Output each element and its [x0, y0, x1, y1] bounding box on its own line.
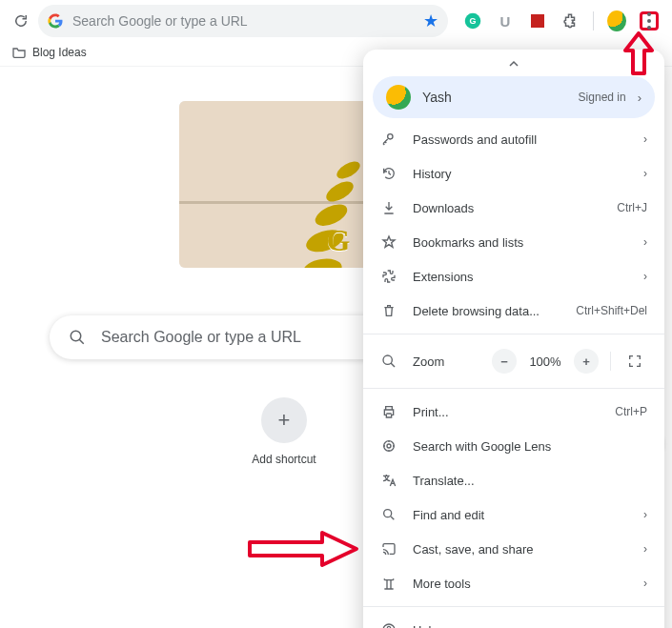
add-shortcut-label: Add shortcut: [236, 453, 332, 466]
menu-separator: [363, 388, 664, 389]
grammarly-extension-icon[interactable]: G: [463, 11, 482, 30]
menu-item-label: Delete browsing data...: [413, 304, 560, 318]
profile-status: Signed in: [579, 91, 626, 104]
menu-item-translate[interactable]: Translate...: [363, 463, 664, 497]
svg-line-9: [79, 339, 84, 344]
menu-item-download[interactable]: DownloadsCtrl+J: [363, 191, 664, 225]
add-shortcut-tile[interactable]: + Add shortcut: [236, 397, 332, 466]
browser-toolbar: Search Google or type a URL ★ G U: [0, 0, 672, 38]
extensions-puzzle-icon[interactable]: [560, 11, 580, 30]
profile-row[interactable]: Yash Signed in ›: [373, 76, 655, 118]
chevron-right-icon: ›: [643, 542, 647, 556]
svg-point-10: [383, 355, 392, 364]
key-icon: [380, 132, 397, 147]
google-g-icon: [48, 13, 63, 29]
fullscreen-button[interactable]: [622, 349, 647, 374]
menu-item-shortcut: Ctrl+J: [617, 201, 647, 214]
svg-point-3: [322, 177, 356, 205]
menu-item-puzzle[interactable]: Extensions›: [363, 259, 664, 294]
zoom-icon: [380, 354, 397, 369]
menu-item-label: Cast, save, and share: [413, 542, 628, 557]
menu-item-find[interactable]: Find and edit›: [363, 497, 664, 532]
toolbar-extension-icons: G U: [463, 11, 659, 30]
menu-item-star[interactable]: Bookmarks and lists›: [363, 225, 664, 259]
menu-item-help[interactable]: Help›: [363, 613, 664, 628]
menu-item-lens[interactable]: Search with Google Lens: [363, 429, 664, 463]
menu-item-label: Find and edit: [413, 508, 628, 522]
menu-item-label: More tools: [413, 577, 628, 591]
ntp-search-placeholder: Search Google or type a URL: [101, 329, 301, 346]
menu-separator: [363, 606, 664, 607]
fullscreen-icon: [627, 354, 642, 369]
zoom-divider: [610, 352, 611, 371]
zoom-row: Zoom − 100% +: [363, 340, 664, 382]
profile-avatar-icon: [386, 85, 411, 110]
lens-icon: [380, 438, 397, 454]
omnibox-placeholder: Search Google or type a URL: [72, 13, 414, 29]
history-icon: [380, 166, 397, 181]
zoom-in-button[interactable]: +: [574, 349, 599, 374]
menu-item-history[interactable]: History›: [363, 156, 664, 191]
svg-line-11: [391, 363, 395, 367]
svg-point-2: [334, 158, 362, 182]
search-icon: [69, 329, 86, 346]
chevron-right-icon: ›: [643, 577, 647, 590]
menu-item-shortcut: Ctrl+Shift+Del: [576, 304, 647, 317]
chevron-right-icon: ›: [643, 508, 647, 521]
menu-item-label: Bookmarks and lists: [413, 235, 628, 250]
help-icon: [380, 622, 397, 628]
menu-item-cast[interactable]: Cast, save, and share›: [363, 532, 664, 566]
menu-item-label: Extensions: [413, 270, 628, 284]
more-menu-button[interactable]: [640, 11, 659, 30]
menu-item-label: Translate...: [413, 474, 647, 488]
print-icon: [380, 404, 397, 419]
menu-item-label: Search with Google Lens: [413, 439, 647, 454]
cast-icon: [380, 541, 397, 557]
chevron-right-icon: ›: [643, 270, 647, 283]
svg-text:G: G: [469, 16, 476, 26]
menu-collapse-caret[interactable]: [363, 55, 664, 72]
svg-point-12: [384, 441, 395, 452]
annotation-arrow-right: [246, 530, 360, 568]
red-extension-icon[interactable]: [528, 11, 547, 30]
menu-item-label: History: [413, 167, 628, 181]
u-extension-icon[interactable]: U: [496, 11, 515, 30]
chevron-right-icon: ›: [643, 235, 647, 249]
profile-name: Yash: [422, 90, 567, 105]
zoom-label: Zoom: [413, 355, 477, 369]
reload-icon: [12, 12, 30, 30]
find-icon: [380, 507, 397, 522]
profile-avatar[interactable]: [607, 11, 626, 30]
menu-item-label: Downloads: [413, 201, 601, 215]
svg-point-8: [71, 331, 81, 341]
zoom-percent: 100%: [526, 355, 564, 369]
plus-icon: +: [261, 397, 307, 443]
trash-icon: [380, 303, 397, 318]
annotation-arrow-up: [622, 31, 655, 75]
bookmark-item-label[interactable]: Blog Ideas: [32, 46, 87, 59]
zoom-out-button[interactable]: −: [492, 349, 517, 374]
reload-button[interactable]: [8, 8, 34, 34]
menu-item-key[interactable]: Passwords and autofill›: [363, 122, 664, 156]
toolbar-divider: [593, 11, 594, 30]
menu-separator: [363, 334, 664, 334]
menu-item-tools[interactable]: More tools›: [363, 566, 664, 600]
chevron-right-icon: ›: [643, 167, 647, 180]
menu-item-label: Print...: [413, 405, 600, 419]
menu-item-trash[interactable]: Delete browsing data...Ctrl+Shift+Del: [363, 294, 664, 328]
menu-item-label: Passwords and autofill: [413, 132, 628, 147]
svg-point-14: [384, 510, 392, 517]
menu-item-print[interactable]: Print...Ctrl+P: [363, 395, 664, 429]
caret-up-icon: [509, 59, 519, 69]
tools-icon: [380, 576, 397, 591]
download-icon: [380, 200, 397, 215]
omnibox[interactable]: Search Google or type a URL ★: [38, 5, 448, 37]
bookmark-star-icon[interactable]: ★: [423, 10, 438, 31]
menu-item-label: Help: [413, 623, 628, 629]
star-icon: [380, 234, 397, 250]
puzzle-icon: [380, 269, 397, 284]
kebab-icon: [647, 12, 651, 30]
chevron-right-icon: ›: [643, 623, 647, 628]
translate-icon: [380, 473, 397, 488]
chrome-main-menu: Yash Signed in › Passwords and autofill›…: [363, 50, 664, 628]
